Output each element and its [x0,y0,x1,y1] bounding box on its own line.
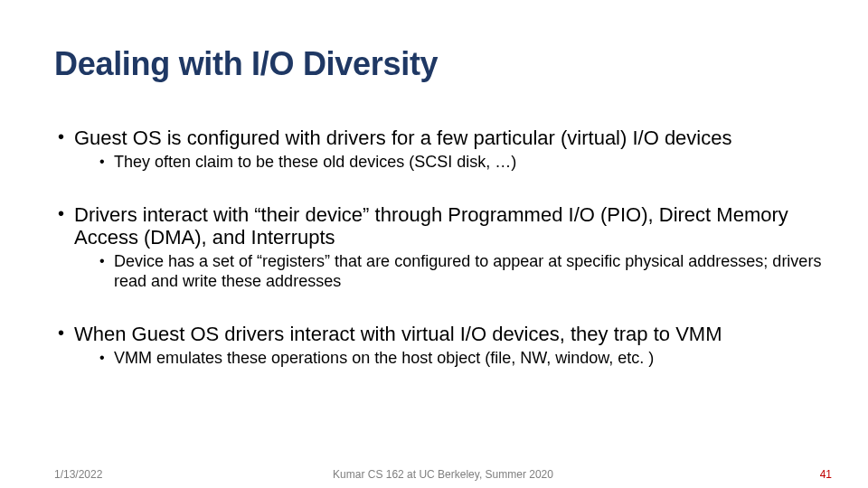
slide-body: Guest OS is configured with drivers for … [54,127,832,372]
bullet-list: When Guest OS drivers interact with virt… [54,323,832,369]
sub-bullet-list: VMM emulates these operations on the hos… [74,349,832,369]
footer-page-number: 41 [820,468,832,481]
sub-bullet-list: They often claim to be these old devices… [74,153,832,173]
sub-bullet-list: Device has a set of “registers” that are… [74,252,832,291]
bullet-level2: Device has a set of “registers” that are… [74,252,832,291]
spacer [54,296,832,323]
bullet-list: Guest OS is configured with drivers for … [54,127,832,173]
bullet-text: Guest OS is configured with drivers for … [74,127,731,149]
slide-title: Dealing with I/O Diversity [54,45,438,83]
bullet-text: Drivers interact with “their device” thr… [74,203,788,249]
bullet-text: VMM emulates these operations on the hos… [114,349,654,367]
bullet-text: They often claim to be these old devices… [114,153,516,171]
bullet-level1: Drivers interact with “their device” thr… [54,203,832,292]
bullet-level2: They often claim to be these old devices… [74,153,832,173]
slide: Dealing with I/O Diversity Guest OS is c… [0,0,868,488]
spacer [54,176,832,203]
bullet-text: When Guest OS drivers interact with virt… [74,323,722,345]
bullet-list: Drivers interact with “their device” thr… [54,203,832,292]
bullet-level1: Guest OS is configured with drivers for … [54,127,832,173]
bullet-level1: When Guest OS drivers interact with virt… [54,323,832,369]
footer-center: Kumar CS 162 at UC Berkeley, Summer 2020 [54,468,832,481]
bullet-level2: VMM emulates these operations on the hos… [74,349,832,369]
bullet-text: Device has a set of “registers” that are… [114,252,821,290]
